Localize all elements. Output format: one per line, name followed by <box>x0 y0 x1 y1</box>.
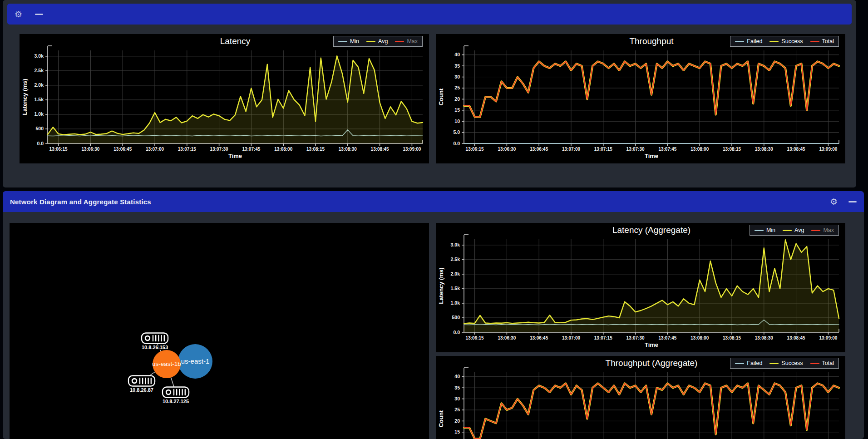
minimize-icon[interactable] <box>848 201 857 202</box>
svg-text:13:08:00: 13:08:00 <box>690 335 709 340</box>
svg-text:13:08:30: 13:08:30 <box>755 147 773 152</box>
svg-text:13:08:15: 13:08:15 <box>723 335 741 340</box>
legend-item-min[interactable]: Min <box>755 227 775 233</box>
series-success <box>464 383 839 439</box>
gear-icon[interactable]: ⚙ <box>830 197 838 206</box>
svg-text:1.5k: 1.5k <box>451 286 460 291</box>
legend-swatch <box>783 230 792 231</box>
throughput-aggregate-chart[interactable]: Throughput (Aggregate)FailedSuccessTotal… <box>436 356 845 439</box>
legend-swatch <box>735 41 744 42</box>
legend-label: Total <box>822 38 834 44</box>
svg-text:Time: Time <box>645 341 658 348</box>
legend-label: Min <box>350 38 359 44</box>
svg-text:Latency (ms): Latency (ms) <box>438 267 444 304</box>
legend-swatch <box>735 363 744 364</box>
svg-text:500: 500 <box>452 315 460 320</box>
legend-item-max[interactable]: Max <box>811 227 834 233</box>
plot-area[interactable]: 0.05.01015202530354013:06:1513:06:3013:0… <box>436 34 845 163</box>
svg-text:2.0k: 2.0k <box>35 82 44 88</box>
network-node-host[interactable]: 10.8.26.153 <box>142 333 168 350</box>
legend-label: Success <box>781 38 803 44</box>
chart-legend: FailedSuccessTotal <box>730 36 839 47</box>
legend-item-total[interactable]: Total <box>810 38 834 44</box>
network-panel: Network Diagram and Aggregate Statistics… <box>3 191 864 439</box>
charts-panel: ⚙ LatencyMinAvgMax0.05001.0k1.5k2.0k2.5k… <box>3 0 856 187</box>
svg-text:1.0k: 1.0k <box>35 111 44 117</box>
plot-area[interactable]: 0.05001.0k1.5k2.0k2.5k3.0k13:06:1513:06:… <box>20 34 429 163</box>
network-diagram[interactable]: us-east-1us-east-1b10.8.26.15310.8.26.87… <box>10 223 429 439</box>
svg-text:15: 15 <box>454 107 460 113</box>
plot-area[interactable]: 0.05001.0k1.5k2.0k2.5k3.0k13:06:1513:06:… <box>436 223 845 352</box>
host-ip-label: 10.8.26.153 <box>142 345 168 350</box>
legend-swatch <box>769 363 779 364</box>
svg-text:13:06:45: 13:06:45 <box>530 335 548 340</box>
svg-text:13:06:15: 13:06:15 <box>466 147 484 152</box>
svg-text:13:07:30: 13:07:30 <box>626 335 645 340</box>
svg-text:13:06:45: 13:06:45 <box>530 147 548 152</box>
chart-legend: MinAvgMax <box>750 225 839 236</box>
svg-text:13:08:15: 13:08:15 <box>723 147 741 152</box>
legend-item-total[interactable]: Total <box>810 360 834 366</box>
legend-item-success[interactable]: Success <box>769 360 803 366</box>
host-ip-label: 10.8.26.87 <box>130 387 153 393</box>
svg-text:0.0: 0.0 <box>453 141 460 146</box>
svg-text:0.0: 0.0 <box>37 141 44 146</box>
legend-item-failed[interactable]: Failed <box>735 360 762 366</box>
legend-swatch <box>366 41 375 42</box>
svg-text:13:07:00: 13:07:00 <box>562 335 580 340</box>
zone-label: us-east-1b <box>152 360 181 367</box>
svg-text:25: 25 <box>454 407 460 412</box>
legend-item-success[interactable]: Success <box>769 38 803 44</box>
svg-text:Count: Count <box>438 88 444 105</box>
svg-text:Latency (ms): Latency (ms) <box>21 79 28 115</box>
svg-text:13:08:45: 13:08:45 <box>787 335 805 340</box>
svg-text:3.0k: 3.0k <box>35 53 44 59</box>
network-node-host[interactable]: 10.8.27.125 <box>163 387 189 404</box>
network-panel-header: Network Diagram and Aggregate Statistics… <box>3 191 864 212</box>
legend-swatch <box>395 41 404 42</box>
svg-text:13:07:00: 13:07:00 <box>562 147 580 152</box>
svg-text:2.5k: 2.5k <box>35 68 44 73</box>
svg-text:13:06:30: 13:06:30 <box>81 147 99 152</box>
legend-swatch <box>810 363 819 364</box>
series-success <box>464 61 839 117</box>
svg-text:13:08:30: 13:08:30 <box>755 335 773 340</box>
legend-item-min[interactable]: Min <box>338 38 359 44</box>
legend-item-avg[interactable]: Avg <box>783 227 804 233</box>
svg-text:13:08:00: 13:08:00 <box>690 147 709 152</box>
legend-item-max[interactable]: Max <box>395 38 418 44</box>
svg-text:13:09:00: 13:09:00 <box>819 147 837 152</box>
svg-text:13:06:15: 13:06:15 <box>49 147 68 152</box>
latency-aggregate-chart[interactable]: Latency (Aggregate)MinAvgMax0.05001.0k1.… <box>436 223 845 352</box>
legend-label: Failed <box>747 38 762 44</box>
charts-panel-header: ⚙ <box>7 4 852 25</box>
svg-text:0.0: 0.0 <box>453 330 460 335</box>
svg-text:25: 25 <box>454 85 460 90</box>
svg-text:Count: Count <box>438 410 444 427</box>
network-diagram-canvas[interactable]: us-east-1us-east-1b10.8.26.15310.8.26.87… <box>10 223 429 439</box>
svg-text:5.0: 5.0 <box>453 129 460 135</box>
legend-item-failed[interactable]: Failed <box>735 38 762 44</box>
minimize-icon[interactable] <box>35 14 43 15</box>
latency-chart[interactable]: LatencyMinAvgMax0.05001.0k1.5k2.0k2.5k3.… <box>20 34 429 163</box>
svg-text:3.0k: 3.0k <box>451 242 460 247</box>
svg-text:20: 20 <box>454 418 460 424</box>
chart-legend: MinAvgMax <box>333 36 423 47</box>
legend-label: Avg <box>378 38 388 44</box>
network-node-host[interactable]: 10.8.26.87 <box>128 376 155 393</box>
svg-text:13:08:30: 13:08:30 <box>339 147 357 152</box>
legend-label: Max <box>823 227 834 233</box>
panel-title: Network Diagram and Aggregate Statistics <box>10 198 151 206</box>
svg-text:13:09:00: 13:09:00 <box>403 147 421 152</box>
svg-text:13:08:15: 13:08:15 <box>306 147 325 152</box>
chart-legend: FailedSuccessTotal <box>730 358 839 369</box>
legend-swatch <box>769 41 779 42</box>
throughput-chart[interactable]: ThroughputFailedSuccessTotal0.05.0101520… <box>436 34 845 163</box>
legend-label: Success <box>781 360 803 366</box>
legend-swatch <box>338 41 347 42</box>
svg-text:13:07:30: 13:07:30 <box>626 147 645 152</box>
svg-text:30: 30 <box>454 74 460 79</box>
svg-text:13:06:45: 13:06:45 <box>113 147 132 152</box>
gear-icon[interactable]: ⚙ <box>15 10 22 19</box>
legend-item-avg[interactable]: Avg <box>366 38 388 44</box>
